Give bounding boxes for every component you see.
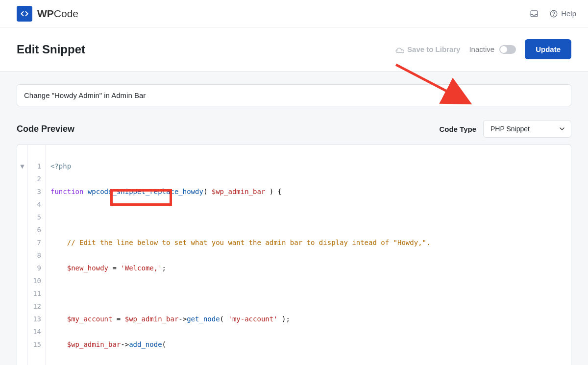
active-toggle-group: Inactive <box>469 45 516 54</box>
top-bar: WPCode Help <box>0 0 588 27</box>
page-title: Edit Snippet <box>17 43 85 56</box>
help-button[interactable]: Help <box>549 9 576 18</box>
svg-point-2 <box>554 15 554 16</box>
logo-text: WPCode <box>37 8 78 20</box>
code-preview-heading: Code Preview <box>17 124 74 134</box>
logo-mark-icon <box>17 6 32 22</box>
logo[interactable]: WPCode <box>17 6 78 22</box>
fold-gutter: ▼ <box>17 145 28 365</box>
help-label: Help <box>561 9 576 18</box>
content-area: Code Preview Code Type PHP Snippet ▼ 123… <box>0 72 588 365</box>
save-to-library-label: Save to Library <box>407 45 460 53</box>
save-to-library-button[interactable]: Save to Library <box>395 45 460 54</box>
snippet-name-input[interactable] <box>17 84 571 106</box>
title-row: Edit Snippet Save to Library Inactive Up… <box>0 27 588 72</box>
line-number-gutter: 12345678 9101112131415 <box>28 145 46 365</box>
svg-rect-0 <box>531 11 538 17</box>
code-type-label: Code Type <box>439 125 476 133</box>
toggle-state-label: Inactive <box>469 45 494 53</box>
code-pane[interactable]: <?php function wpcode_snippet_replace_ho… <box>46 145 571 365</box>
inbox-button[interactable] <box>530 9 539 18</box>
code-editor[interactable]: ▼ 12345678 9101112131415 <?php function … <box>17 145 571 365</box>
code-type-select[interactable]: PHP Snippet <box>483 120 571 138</box>
active-toggle[interactable] <box>499 45 516 54</box>
update-button[interactable]: Update <box>525 39 571 59</box>
